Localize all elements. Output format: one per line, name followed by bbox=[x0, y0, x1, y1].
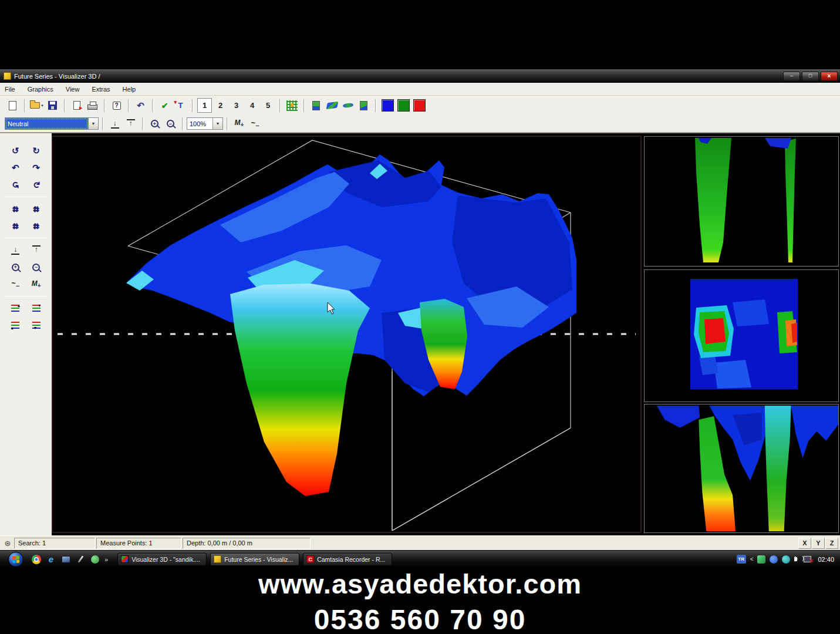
minimize-button[interactable]: – bbox=[783, 72, 800, 81]
scan-button-2[interactable]: 2 bbox=[213, 98, 228, 113]
chrome-icon[interactable] bbox=[32, 555, 41, 564]
move-button-3[interactable] bbox=[8, 220, 23, 232]
axis-x-button[interactable]: X bbox=[798, 538, 811, 549]
limit-down-button[interactable]: ↓ bbox=[10, 245, 21, 255]
menu-file[interactable]: File bbox=[5, 86, 15, 93]
color-red-button[interactable] bbox=[412, 98, 427, 113]
color-blue-button[interactable] bbox=[380, 98, 395, 113]
spin-left-button[interactable]: ↺ bbox=[9, 177, 22, 193]
apply-button[interactable]: ✔ bbox=[157, 98, 172, 113]
signal-minus-button[interactable]: ~− bbox=[11, 279, 19, 289]
tray-teal-icon[interactable] bbox=[782, 555, 790, 564]
menu-help[interactable]: Help bbox=[123, 86, 136, 93]
probe-button[interactable]: T bbox=[173, 98, 188, 113]
tray-blue-icon[interactable] bbox=[770, 555, 778, 564]
limit-down-button[interactable]: ↓ bbox=[107, 116, 122, 131]
taskbar: e » Visualizer 3D - "sandik.... Future S… bbox=[0, 551, 840, 568]
save-button[interactable] bbox=[45, 98, 60, 113]
new-button[interactable] bbox=[5, 98, 20, 113]
limit-up-button[interactable]: ↑ bbox=[123, 116, 138, 131]
limit-up-button[interactable]: ↑ bbox=[31, 245, 42, 255]
zoom-select[interactable]: 100% ▼ bbox=[187, 117, 223, 130]
section-profile-view[interactable] bbox=[645, 404, 838, 532]
scan-button-3[interactable]: 3 bbox=[229, 98, 244, 113]
side-view-front[interactable] bbox=[644, 136, 839, 267]
layers-shift-down-button[interactable] bbox=[32, 305, 41, 312]
visualizer-task-icon bbox=[121, 555, 129, 563]
task-camtasia[interactable]: C Camtasia Recorder - R... bbox=[303, 553, 392, 566]
zoom-out-button[interactable]: − bbox=[32, 264, 40, 271]
scan-button-5[interactable]: 5 bbox=[261, 98, 275, 113]
menu-graphics[interactable]: Graphics bbox=[28, 86, 53, 93]
view-profile-button[interactable] bbox=[356, 98, 371, 113]
section-profile bbox=[657, 406, 838, 531]
overflow-chevron[interactable]: » bbox=[104, 556, 108, 563]
axis-y-button[interactable]: Y bbox=[812, 538, 825, 549]
main-3d-view[interactable] bbox=[53, 137, 640, 532]
task-future-series[interactable]: Future Series - Visualiz... bbox=[210, 553, 299, 566]
front-profile-columns bbox=[695, 138, 796, 262]
zoom-in-button[interactable]: + bbox=[147, 116, 162, 131]
open-button[interactable]: ▾ bbox=[29, 98, 44, 113]
network-disconnected-icon[interactable] bbox=[804, 556, 811, 562]
export-icon bbox=[73, 101, 80, 110]
export-button[interactable] bbox=[69, 98, 84, 113]
spin-right-button[interactable]: ↻ bbox=[30, 177, 43, 193]
open-folder-icon bbox=[30, 102, 40, 109]
side-views-panel bbox=[644, 136, 839, 534]
rotate-back-button[interactable]: ↺ bbox=[8, 144, 23, 157]
rotate-forward-button[interactable]: ↻ bbox=[29, 144, 44, 157]
open-dropdown-caret[interactable]: ▾ bbox=[41, 103, 43, 108]
display-icon[interactable] bbox=[62, 556, 70, 563]
help-button[interactable]: ? bbox=[109, 98, 124, 113]
chevron-down-icon[interactable]: ▼ bbox=[212, 118, 222, 129]
task-visualizer[interactable]: Visualizer 3D - "sandik.... bbox=[117, 553, 207, 566]
print-button[interactable] bbox=[85, 98, 100, 113]
separator bbox=[227, 117, 228, 130]
scan-button-4[interactable]: 4 bbox=[245, 98, 259, 113]
restore-button[interactable]: □ bbox=[802, 72, 819, 81]
tray-clock[interactable]: 02:40 bbox=[818, 556, 834, 563]
scan-button-1[interactable]: 1 bbox=[197, 98, 212, 113]
grid-button[interactable] bbox=[285, 98, 299, 113]
turn-left-button[interactable]: ↶ bbox=[8, 161, 23, 174]
top-heatmap-view[interactable] bbox=[645, 270, 838, 402]
start-button[interactable] bbox=[8, 552, 23, 567]
signal-plus-button[interactable]: M+ bbox=[32, 279, 41, 289]
front-profile-view[interactable] bbox=[645, 137, 838, 266]
top-view[interactable] bbox=[644, 269, 839, 402]
move-button-4[interactable] bbox=[29, 220, 44, 232]
zoom-out-button[interactable]: − bbox=[163, 116, 178, 131]
layers-shift-up-button[interactable] bbox=[11, 305, 19, 312]
axis-z-button[interactable]: Z bbox=[825, 538, 838, 549]
chevron-down-icon[interactable]: ▼ bbox=[88, 118, 98, 129]
mode-select[interactable]: Neutral ▼ bbox=[5, 117, 99, 130]
volume-icon[interactable] bbox=[794, 557, 797, 561]
internet-explorer-icon[interactable]: e bbox=[46, 555, 56, 564]
language-indicator[interactable]: TR bbox=[737, 555, 746, 564]
zoom-in-button[interactable]: + bbox=[12, 264, 19, 271]
view-image-button[interactable] bbox=[309, 98, 323, 113]
tray-green-icon[interactable] bbox=[757, 555, 765, 564]
main-3d-canvas[interactable] bbox=[52, 136, 642, 533]
signal-minus-button[interactable]: ~− bbox=[248, 116, 262, 131]
status-depth: Depth: 0,00 m / 0,00 m bbox=[183, 538, 311, 549]
menu-view[interactable]: View bbox=[66, 86, 80, 93]
app-icon[interactable] bbox=[4, 72, 11, 80]
messenger-icon[interactable] bbox=[91, 555, 99, 564]
pen-icon[interactable] bbox=[77, 555, 83, 562]
move-button-1[interactable] bbox=[8, 203, 23, 215]
turn-right-button[interactable]: ↷ bbox=[29, 161, 44, 174]
tray-collapse-arrow[interactable]: < bbox=[750, 556, 754, 562]
view-flat-button[interactable] bbox=[340, 98, 355, 113]
view-3d-button[interactable] bbox=[325, 98, 339, 113]
menu-extras[interactable]: Extras bbox=[92, 86, 110, 93]
close-button[interactable]: × bbox=[821, 72, 838, 81]
color-green-button[interactable] bbox=[396, 98, 411, 113]
layers-step-up-button[interactable] bbox=[11, 322, 19, 329]
layers-step-down-button[interactable] bbox=[32, 322, 41, 329]
move-button-2[interactable] bbox=[29, 203, 44, 215]
undo-button[interactable]: ↶ bbox=[133, 98, 148, 113]
signal-plus-button[interactable]: M+ bbox=[232, 116, 247, 131]
side-view-section[interactable] bbox=[644, 404, 839, 533]
